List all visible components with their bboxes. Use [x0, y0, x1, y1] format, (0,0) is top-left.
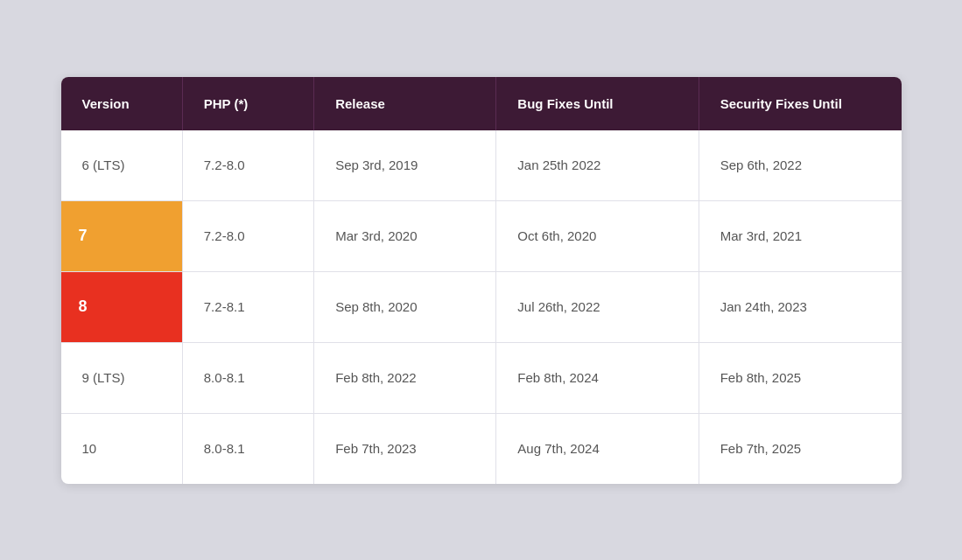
version-text: 6 (LTS)	[61, 130, 182, 200]
header-version: Version	[61, 77, 183, 130]
cell-security-fixes-until: Sep 6th, 2022	[699, 130, 901, 201]
cell-bug-fixes-until: Jul 26th, 2022	[496, 271, 699, 342]
version-badge-orange: 7	[61, 201, 182, 271]
cell-php: 8.0-8.1	[182, 413, 313, 484]
version-badge-red: 8	[61, 272, 182, 342]
cell-bug-fixes-until: Oct 6th, 2020	[496, 200, 699, 271]
cell-bug-fixes-until: Feb 8th, 2024	[496, 342, 699, 413]
version-table-container: Version PHP (*) Release Bug Fixes Until …	[61, 77, 902, 484]
cell-security-fixes-until: Feb 7th, 2025	[699, 413, 901, 484]
cell-bug-fixes-until: Jan 25th 2022	[496, 130, 699, 201]
cell-release: Feb 8th, 2022	[314, 342, 496, 413]
cell-release: Mar 3rd, 2020	[314, 200, 496, 271]
table-row: 77.2-8.0Mar 3rd, 2020Oct 6th, 2020Mar 3r…	[61, 200, 902, 271]
cell-security-fixes-until: Feb 8th, 2025	[699, 342, 901, 413]
cell-version: 8	[61, 271, 183, 342]
table-row: 9 (LTS)8.0-8.1Feb 8th, 2022Feb 8th, 2024…	[61, 342, 902, 413]
version-text: 10	[61, 414, 182, 484]
cell-php: 7.2-8.0	[182, 200, 313, 271]
cell-security-fixes-until: Mar 3rd, 2021	[699, 200, 901, 271]
table-row: 87.2-8.1Sep 8th, 2020Jul 26th, 2022Jan 2…	[61, 271, 902, 342]
table-header-row: Version PHP (*) Release Bug Fixes Until …	[61, 77, 902, 130]
cell-release: Sep 8th, 2020	[314, 271, 496, 342]
table-row: 6 (LTS)7.2-8.0Sep 3rd, 2019Jan 25th 2022…	[61, 130, 902, 201]
cell-security-fixes-until: Jan 24th, 2023	[699, 271, 901, 342]
cell-bug-fixes-until: Aug 7th, 2024	[496, 413, 699, 484]
table-row: 108.0-8.1Feb 7th, 2023Aug 7th, 2024Feb 7…	[61, 413, 902, 484]
version-table: Version PHP (*) Release Bug Fixes Until …	[61, 77, 902, 484]
cell-version: 10	[61, 413, 183, 484]
cell-php: 7.2-8.0	[182, 130, 313, 201]
cell-version: 9 (LTS)	[61, 342, 183, 413]
header-php: PHP (*)	[182, 77, 313, 130]
cell-version: 7	[61, 200, 183, 271]
cell-version: 6 (LTS)	[61, 130, 183, 201]
cell-release: Sep 3rd, 2019	[314, 130, 496, 201]
header-security-fixes-until: Security Fixes Until	[699, 77, 901, 130]
version-text: 9 (LTS)	[61, 343, 182, 413]
cell-php: 8.0-8.1	[182, 342, 313, 413]
header-bug-fixes-until: Bug Fixes Until	[496, 77, 699, 130]
cell-release: Feb 7th, 2023	[314, 413, 496, 484]
cell-php: 7.2-8.1	[182, 271, 313, 342]
header-release: Release	[314, 77, 496, 130]
